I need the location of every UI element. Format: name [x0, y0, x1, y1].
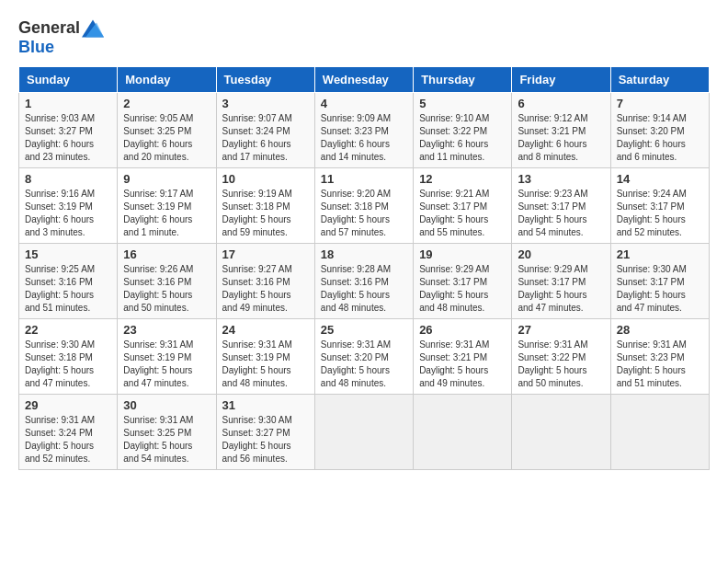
day-detail: Sunrise: 9:31 AM Sunset: 3:23 PM Dayligh…: [617, 339, 703, 390]
day-detail: Sunrise: 9:30 AM Sunset: 3:17 PM Dayligh…: [617, 263, 703, 315]
day-number: 13: [518, 172, 604, 186]
day-header-friday: Friday: [512, 67, 610, 93]
calendar-cell: 9 Sunrise: 9:17 AM Sunset: 3:19 PM Dayli…: [118, 168, 216, 244]
day-detail: Sunrise: 9:30 AM Sunset: 3:27 PM Dayligh…: [222, 414, 309, 465]
day-number: 21: [617, 247, 703, 261]
calendar-cell: 3 Sunrise: 9:07 AM Sunset: 3:24 PM Dayli…: [216, 93, 314, 168]
calendar-cell: [610, 395, 709, 470]
day-number: 27: [518, 323, 604, 337]
day-number: 24: [222, 323, 309, 337]
day-detail: Sunrise: 9:19 AM Sunset: 3:18 PM Dayligh…: [222, 188, 309, 239]
day-headers-row: SundayMondayTuesdayWednesdayThursdayFrid…: [19, 67, 710, 93]
logo-general-text: General: [18, 18, 80, 38]
calendar-header: SundayMondayTuesdayWednesdayThursdayFrid…: [19, 67, 710, 93]
calendar-cell: 25 Sunrise: 9:31 AM Sunset: 3:20 PM Dayl…: [314, 319, 413, 395]
calendar-cell: 18 Sunrise: 9:28 AM Sunset: 3:16 PM Dayl…: [314, 244, 413, 319]
day-detail: Sunrise: 9:31 AM Sunset: 3:20 PM Dayligh…: [321, 339, 407, 390]
logo: General Blue: [18, 18, 104, 57]
day-header-sunday: Sunday: [19, 67, 118, 93]
logo-icon: [82, 19, 104, 38]
calendar-cell: 4 Sunrise: 9:09 AM Sunset: 3:23 PM Dayli…: [314, 93, 413, 168]
day-detail: Sunrise: 9:31 AM Sunset: 3:21 PM Dayligh…: [419, 339, 506, 390]
day-number: 31: [222, 398, 309, 412]
day-detail: Sunrise: 9:03 AM Sunset: 3:27 PM Dayligh…: [25, 112, 111, 164]
day-detail: Sunrise: 9:31 AM Sunset: 3:19 PM Dayligh…: [123, 339, 210, 390]
day-number: 12: [419, 172, 506, 186]
calendar-cell: 10 Sunrise: 9:19 AM Sunset: 3:18 PM Dayl…: [216, 168, 314, 244]
day-number: 8: [25, 172, 111, 186]
day-detail: Sunrise: 9:25 AM Sunset: 3:16 PM Dayligh…: [25, 263, 111, 315]
calendar-table: SundayMondayTuesdayWednesdayThursdayFrid…: [18, 66, 710, 470]
calendar-cell: 11 Sunrise: 9:20 AM Sunset: 3:18 PM Dayl…: [314, 168, 413, 244]
day-detail: Sunrise: 9:31 AM Sunset: 3:25 PM Dayligh…: [123, 414, 210, 465]
day-number: 20: [518, 247, 604, 261]
day-number: 6: [518, 97, 604, 110]
day-number: 1: [25, 97, 111, 110]
day-detail: Sunrise: 9:29 AM Sunset: 3:17 PM Dayligh…: [419, 263, 506, 315]
day-number: 30: [123, 398, 210, 412]
calendar-cell: 20 Sunrise: 9:29 AM Sunset: 3:17 PM Dayl…: [512, 244, 610, 319]
day-number: 22: [25, 323, 111, 337]
day-detail: Sunrise: 9:31 AM Sunset: 3:24 PM Dayligh…: [25, 414, 111, 465]
calendar-cell: 30 Sunrise: 9:31 AM Sunset: 3:25 PM Dayl…: [118, 395, 216, 470]
calendar-week-5: 29 Sunrise: 9:31 AM Sunset: 3:24 PM Dayl…: [19, 395, 710, 470]
calendar-cell: 23 Sunrise: 9:31 AM Sunset: 3:19 PM Dayl…: [118, 319, 216, 395]
day-number: 2: [123, 97, 210, 110]
day-number: 7: [617, 97, 703, 110]
calendar-cell: 27 Sunrise: 9:31 AM Sunset: 3:22 PM Dayl…: [512, 319, 610, 395]
day-detail: Sunrise: 9:09 AM Sunset: 3:23 PM Dayligh…: [321, 112, 407, 164]
day-detail: Sunrise: 9:28 AM Sunset: 3:16 PM Dayligh…: [321, 263, 407, 315]
calendar-cell: 1 Sunrise: 9:03 AM Sunset: 3:27 PM Dayli…: [19, 93, 118, 168]
day-number: 25: [321, 323, 407, 337]
calendar-cell: [414, 395, 512, 470]
day-number: 16: [123, 247, 210, 261]
day-detail: Sunrise: 9:26 AM Sunset: 3:16 PM Dayligh…: [123, 263, 210, 315]
day-header-tuesday: Tuesday: [216, 67, 314, 93]
calendar-cell: 29 Sunrise: 9:31 AM Sunset: 3:24 PM Dayl…: [19, 395, 118, 470]
day-detail: Sunrise: 9:20 AM Sunset: 3:18 PM Dayligh…: [321, 188, 407, 239]
day-number: 9: [123, 172, 210, 186]
calendar-cell: 24 Sunrise: 9:31 AM Sunset: 3:19 PM Dayl…: [216, 319, 314, 395]
day-detail: Sunrise: 9:31 AM Sunset: 3:19 PM Dayligh…: [222, 339, 309, 390]
day-number: 29: [25, 398, 111, 412]
calendar-cell: 13 Sunrise: 9:23 AM Sunset: 3:17 PM Dayl…: [512, 168, 610, 244]
calendar-cell: 12 Sunrise: 9:21 AM Sunset: 3:17 PM Dayl…: [414, 168, 512, 244]
day-detail: Sunrise: 9:29 AM Sunset: 3:17 PM Dayligh…: [518, 263, 604, 315]
calendar-cell: 21 Sunrise: 9:30 AM Sunset: 3:17 PM Dayl…: [610, 244, 709, 319]
calendar-week-3: 15 Sunrise: 9:25 AM Sunset: 3:16 PM Dayl…: [19, 244, 710, 319]
calendar-week-4: 22 Sunrise: 9:30 AM Sunset: 3:18 PM Dayl…: [19, 319, 710, 395]
day-detail: Sunrise: 9:14 AM Sunset: 3:20 PM Dayligh…: [617, 112, 703, 164]
page-header: General Blue: [18, 18, 710, 57]
day-number: 5: [419, 97, 506, 110]
day-header-monday: Monday: [118, 67, 216, 93]
calendar-cell: 6 Sunrise: 9:12 AM Sunset: 3:21 PM Dayli…: [512, 93, 610, 168]
calendar-cell: 31 Sunrise: 9:30 AM Sunset: 3:27 PM Dayl…: [216, 395, 314, 470]
calendar-cell: 5 Sunrise: 9:10 AM Sunset: 3:22 PM Dayli…: [414, 93, 512, 168]
day-detail: Sunrise: 9:30 AM Sunset: 3:18 PM Dayligh…: [25, 339, 111, 390]
calendar-cell: 15 Sunrise: 9:25 AM Sunset: 3:16 PM Dayl…: [19, 244, 118, 319]
day-number: 10: [222, 172, 309, 186]
calendar-cell: 17 Sunrise: 9:27 AM Sunset: 3:16 PM Dayl…: [216, 244, 314, 319]
day-number: 18: [321, 247, 407, 261]
day-detail: Sunrise: 9:12 AM Sunset: 3:21 PM Dayligh…: [518, 112, 604, 164]
day-detail: Sunrise: 9:17 AM Sunset: 3:19 PM Dayligh…: [123, 188, 210, 239]
day-number: 15: [25, 247, 111, 261]
calendar-cell: 22 Sunrise: 9:30 AM Sunset: 3:18 PM Dayl…: [19, 319, 118, 395]
calendar-cell: 16 Sunrise: 9:26 AM Sunset: 3:16 PM Dayl…: [118, 244, 216, 319]
day-detail: Sunrise: 9:23 AM Sunset: 3:17 PM Dayligh…: [518, 188, 604, 239]
calendar-cell: 2 Sunrise: 9:05 AM Sunset: 3:25 PM Dayli…: [118, 93, 216, 168]
day-number: 3: [222, 97, 309, 110]
calendar-cell: 14 Sunrise: 9:24 AM Sunset: 3:17 PM Dayl…: [610, 168, 709, 244]
day-detail: Sunrise: 9:10 AM Sunset: 3:22 PM Dayligh…: [419, 112, 506, 164]
day-number: 17: [222, 247, 309, 261]
day-detail: Sunrise: 9:05 AM Sunset: 3:25 PM Dayligh…: [123, 112, 210, 164]
day-number: 14: [617, 172, 703, 186]
day-number: 11: [321, 172, 407, 186]
calendar-cell: 26 Sunrise: 9:31 AM Sunset: 3:21 PM Dayl…: [414, 319, 512, 395]
day-detail: Sunrise: 9:27 AM Sunset: 3:16 PM Dayligh…: [222, 263, 309, 315]
day-detail: Sunrise: 9:16 AM Sunset: 3:19 PM Dayligh…: [25, 188, 111, 239]
day-header-thursday: Thursday: [414, 67, 512, 93]
calendar-cell: 8 Sunrise: 9:16 AM Sunset: 3:19 PM Dayli…: [19, 168, 118, 244]
day-number: 4: [321, 97, 407, 110]
day-header-wednesday: Wednesday: [314, 67, 413, 93]
